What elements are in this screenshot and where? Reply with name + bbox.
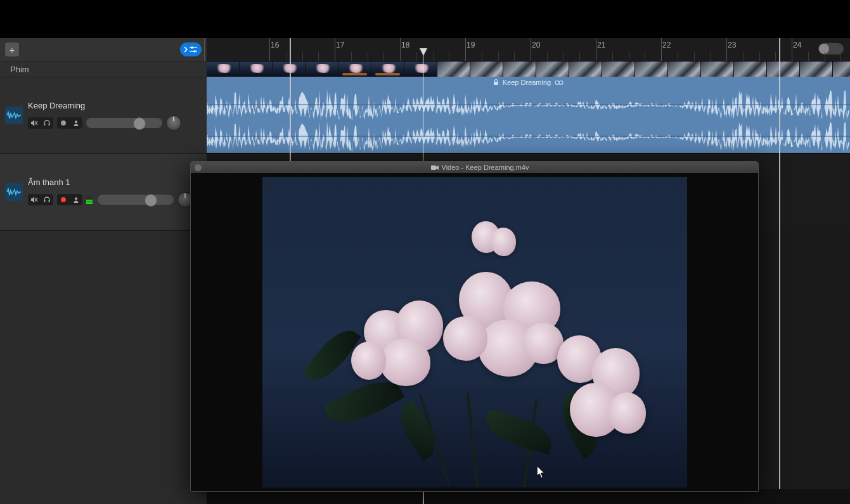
video-icon [431, 165, 439, 171]
film-thumbnail[interactable] [536, 61, 569, 77]
volume-slider[interactable] [86, 118, 162, 128]
volume-slider[interactable] [98, 195, 174, 205]
film-thumbnail[interactable] [668, 61, 700, 77]
person-icon [73, 197, 79, 203]
pan-knob[interactable] [166, 115, 181, 131]
film-thumbnail[interactable] [306, 61, 338, 77]
volume-knob[interactable] [133, 117, 146, 130]
lock-icon [493, 79, 499, 86]
mute-icon [30, 119, 38, 127]
ruler-bar-label: 22 [662, 41, 671, 49]
flower-cluster [465, 215, 522, 266]
snap-toggle[interactable] [818, 43, 844, 55]
svg-point-15 [75, 197, 77, 200]
track-buttons-group [28, 117, 53, 129]
add-track-button[interactable]: + [5, 42, 19, 56]
video-preview-window[interactable]: Video - Keep Dreaming.m4v [190, 161, 759, 492]
film-thumbnail[interactable] [273, 61, 305, 77]
svg-rect-13 [49, 200, 50, 202]
record-icon [60, 197, 67, 203]
headphones-icon [43, 196, 51, 204]
svg-rect-19 [431, 165, 436, 170]
ruler-bar-label: 17 [336, 41, 344, 49]
ruler-bar-label: 23 [728, 41, 736, 49]
input-monitor-button[interactable] [70, 117, 82, 129]
record-enable-button[interactable] [57, 117, 70, 129]
ruler-bar-label: 19 [467, 41, 475, 49]
film-label-text: Phim [10, 65, 29, 74]
cycle-region-right-line[interactable] [779, 38, 780, 504]
ruler-bar-label: 21 [597, 41, 605, 49]
stem-shape [466, 392, 479, 488]
film-thumbnail[interactable] [734, 61, 766, 77]
ruler[interactable]: 161718192021222324 [207, 38, 850, 61]
video-content [191, 173, 758, 491]
audio-clip-row[interactable]: Keep Dreaming [207, 77, 850, 153]
waveform-icon [6, 110, 22, 120]
track-rec-group [57, 117, 82, 129]
svg-rect-16 [494, 82, 498, 85]
film-thumbnail[interactable] [569, 61, 602, 77]
film-thumbnail[interactable] [207, 61, 239, 77]
film-thumbnail[interactable] [371, 61, 404, 77]
ruler-bar-label: 24 [793, 41, 801, 49]
svg-rect-6 [44, 124, 46, 126]
loop-icon [555, 80, 563, 86]
waveform-icon [6, 187, 22, 197]
svg-point-8 [61, 120, 66, 126]
ruler-bar-label: 18 [401, 41, 409, 49]
track-name: Keep Dreaming [28, 101, 200, 110]
svg-rect-12 [44, 200, 46, 202]
video-window-titlebar[interactable]: Video - Keep Dreaming.m4v [191, 162, 758, 174]
record-enable-button[interactable] [57, 194, 70, 205]
close-button[interactable] [195, 164, 202, 171]
ruler-bar-label: 20 [532, 41, 540, 49]
film-thumbnail-row[interactable] [207, 61, 850, 77]
film-thumbnail[interactable] [833, 61, 850, 77]
volume-knob[interactable] [145, 194, 157, 207]
film-thumbnail[interactable] [470, 61, 503, 77]
svg-point-14 [61, 197, 66, 202]
track-icon [5, 107, 23, 124]
svg-point-2 [191, 46, 193, 49]
film-thumbnail[interactable] [635, 61, 667, 77]
level-meter [86, 195, 93, 204]
playhead-marker-icon [418, 48, 428, 57]
svg-point-17 [555, 81, 559, 84]
track-headers-panel: + Phim Keep [0, 38, 207, 504]
film-thumbnail[interactable] [503, 61, 536, 77]
chevron-right-icon [184, 46, 188, 53]
top-spacer [0, 0, 850, 38]
audio-clip[interactable]: Keep Dreaming [207, 77, 850, 153]
film-thumbnail[interactable] [240, 61, 272, 77]
solo-button[interactable] [41, 194, 53, 205]
track-header-1[interactable]: Keep Dreaming [0, 77, 207, 154]
film-thumbnail[interactable] [800, 61, 832, 77]
film-thumbnail[interactable] [701, 61, 733, 77]
mute-button[interactable] [28, 117, 41, 129]
track-header-2[interactable]: Âm thanh 1 [0, 154, 207, 231]
svg-point-9 [75, 120, 77, 123]
track-icon [5, 183, 23, 201]
video-window-title: Video - Keep Dreaming.m4v [442, 164, 529, 171]
svg-rect-7 [49, 124, 50, 126]
plus-icon: + [10, 45, 15, 55]
film-thumbnail[interactable] [602, 61, 634, 77]
film-thumbnail[interactable] [767, 61, 799, 77]
ruler-bar-label: 16 [271, 41, 279, 49]
film-thumbnail[interactable] [404, 61, 437, 77]
clip-title-text: Keep Dreaming [503, 79, 551, 86]
track-filter-button[interactable] [180, 42, 202, 56]
solo-button[interactable] [41, 117, 53, 129]
flower-cluster [541, 323, 655, 443]
film-thumbnail[interactable] [338, 61, 371, 77]
input-monitor-button[interactable] [70, 194, 82, 205]
svg-point-18 [559, 81, 563, 84]
clip-title-bar: Keep Dreaming [207, 78, 850, 87]
mute-button[interactable] [28, 194, 41, 205]
waveform-display [207, 87, 850, 153]
film-thumbnail[interactable] [437, 61, 470, 77]
person-icon [73, 120, 79, 126]
headphones-icon [43, 119, 51, 127]
track-headers-toolbar: + [0, 38, 207, 61]
